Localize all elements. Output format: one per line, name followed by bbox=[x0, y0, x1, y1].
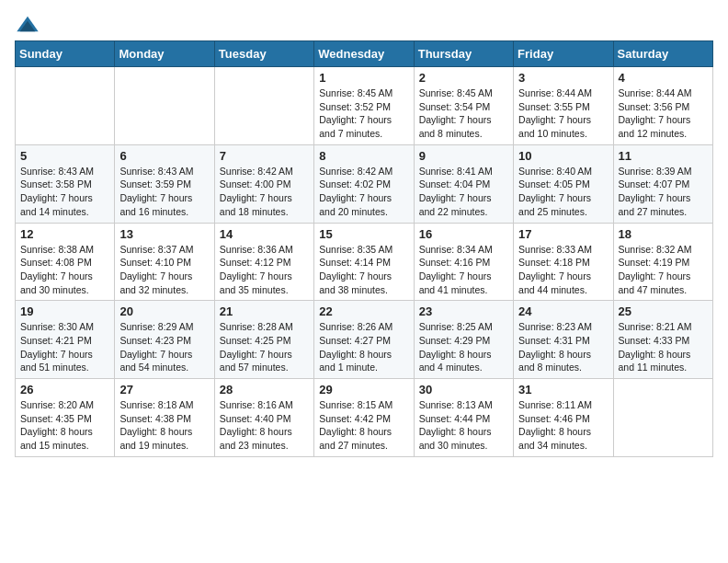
calendar-cell: 11Sunrise: 8:39 AM Sunset: 4:07 PM Dayli… bbox=[613, 144, 712, 223]
day-number: 13 bbox=[119, 227, 209, 241]
calendar-cell: 3Sunrise: 8:44 AM Sunset: 3:55 PM Daylig… bbox=[514, 67, 613, 145]
day-number: 10 bbox=[518, 149, 608, 163]
col-header-thursday: Thursday bbox=[414, 41, 513, 67]
day-number: 2 bbox=[419, 71, 508, 85]
day-info: Sunrise: 8:25 AM Sunset: 4:29 PM Dayligh… bbox=[419, 320, 508, 374]
logo bbox=[15, 15, 44, 33]
day-number: 4 bbox=[619, 71, 708, 85]
day-info: Sunrise: 8:39 AM Sunset: 4:07 PM Dayligh… bbox=[619, 165, 708, 219]
day-number: 26 bbox=[20, 383, 109, 396]
calendar-cell: 18Sunrise: 8:32 AM Sunset: 4:19 PM Dayli… bbox=[613, 223, 712, 301]
day-info: Sunrise: 8:36 AM Sunset: 4:12 PM Dayligh… bbox=[220, 243, 309, 297]
col-header-friday: Friday bbox=[514, 41, 613, 67]
day-info: Sunrise: 8:43 AM Sunset: 3:59 PM Dayligh… bbox=[119, 165, 209, 219]
day-info: Sunrise: 8:15 AM Sunset: 4:42 PM Dayligh… bbox=[319, 398, 408, 453]
calendar-cell bbox=[214, 67, 313, 145]
day-number: 27 bbox=[119, 383, 209, 396]
calendar-week-1: 1Sunrise: 8:45 AM Sunset: 3:52 PM Daylig… bbox=[16, 67, 713, 145]
day-number: 23 bbox=[419, 304, 508, 318]
day-info: Sunrise: 8:42 AM Sunset: 4:00 PM Dayligh… bbox=[220, 165, 309, 219]
calendar-table: SundayMondayTuesdayWednesdayThursdayFrid… bbox=[15, 40, 713, 457]
day-number: 14 bbox=[220, 227, 309, 241]
day-info: Sunrise: 8:34 AM Sunset: 4:16 PM Dayligh… bbox=[419, 243, 508, 297]
day-info: Sunrise: 8:26 AM Sunset: 4:27 PM Dayligh… bbox=[319, 320, 408, 374]
day-info: Sunrise: 8:45 AM Sunset: 3:52 PM Dayligh… bbox=[319, 86, 408, 141]
day-number: 25 bbox=[619, 304, 708, 318]
calendar-cell: 13Sunrise: 8:37 AM Sunset: 4:10 PM Dayli… bbox=[115, 223, 214, 301]
day-number: 6 bbox=[119, 149, 209, 163]
calendar-cell: 12Sunrise: 8:38 AM Sunset: 4:08 PM Dayli… bbox=[16, 223, 115, 301]
calendar-cell: 5Sunrise: 8:43 AM Sunset: 3:58 PM Daylig… bbox=[16, 144, 115, 223]
day-number: 22 bbox=[319, 304, 408, 318]
day-number: 18 bbox=[619, 227, 708, 241]
col-header-sunday: Sunday bbox=[16, 41, 115, 67]
logo-icon bbox=[15, 15, 40, 33]
calendar-cell: 21Sunrise: 8:28 AM Sunset: 4:25 PM Dayli… bbox=[214, 301, 313, 379]
day-number: 9 bbox=[419, 149, 508, 163]
day-info: Sunrise: 8:21 AM Sunset: 4:33 PM Dayligh… bbox=[619, 320, 708, 374]
day-info: Sunrise: 8:33 AM Sunset: 4:18 PM Dayligh… bbox=[518, 243, 608, 297]
day-number: 24 bbox=[518, 304, 608, 318]
calendar-week-4: 19Sunrise: 8:30 AM Sunset: 4:21 PM Dayli… bbox=[16, 301, 713, 379]
col-header-wednesday: Wednesday bbox=[314, 41, 414, 67]
calendar-cell: 29Sunrise: 8:15 AM Sunset: 4:42 PM Dayli… bbox=[314, 379, 414, 457]
day-info: Sunrise: 8:44 AM Sunset: 3:56 PM Dayligh… bbox=[619, 86, 708, 141]
calendar-week-5: 26Sunrise: 8:20 AM Sunset: 4:35 PM Dayli… bbox=[16, 379, 713, 457]
day-number: 21 bbox=[220, 304, 309, 318]
col-header-tuesday: Tuesday bbox=[214, 41, 313, 67]
day-info: Sunrise: 8:16 AM Sunset: 4:40 PM Dayligh… bbox=[220, 398, 309, 453]
day-info: Sunrise: 8:18 AM Sunset: 4:38 PM Dayligh… bbox=[119, 398, 209, 453]
calendar-cell: 8Sunrise: 8:42 AM Sunset: 4:02 PM Daylig… bbox=[314, 144, 414, 223]
calendar-week-3: 12Sunrise: 8:38 AM Sunset: 4:08 PM Dayli… bbox=[16, 223, 713, 301]
day-info: Sunrise: 8:13 AM Sunset: 4:44 PM Dayligh… bbox=[419, 398, 508, 453]
calendar-header-row: SundayMondayTuesdayWednesdayThursdayFrid… bbox=[16, 41, 713, 67]
calendar-cell bbox=[115, 67, 214, 145]
day-number: 17 bbox=[518, 227, 608, 241]
calendar-cell: 6Sunrise: 8:43 AM Sunset: 3:59 PM Daylig… bbox=[115, 144, 214, 223]
calendar-cell: 14Sunrise: 8:36 AM Sunset: 4:12 PM Dayli… bbox=[214, 223, 313, 301]
day-number: 11 bbox=[619, 149, 708, 163]
calendar-cell: 4Sunrise: 8:44 AM Sunset: 3:56 PM Daylig… bbox=[613, 67, 712, 145]
calendar-cell: 10Sunrise: 8:40 AM Sunset: 4:05 PM Dayli… bbox=[514, 144, 613, 223]
day-info: Sunrise: 8:20 AM Sunset: 4:35 PM Dayligh… bbox=[20, 398, 109, 453]
day-info: Sunrise: 8:30 AM Sunset: 4:21 PM Dayligh… bbox=[20, 320, 109, 374]
calendar-week-2: 5Sunrise: 8:43 AM Sunset: 3:58 PM Daylig… bbox=[16, 144, 713, 223]
calendar-cell: 1Sunrise: 8:45 AM Sunset: 3:52 PM Daylig… bbox=[314, 67, 414, 145]
day-number: 19 bbox=[20, 304, 109, 318]
calendar-cell: 2Sunrise: 8:45 AM Sunset: 3:54 PM Daylig… bbox=[414, 67, 513, 145]
calendar-cell: 7Sunrise: 8:42 AM Sunset: 4:00 PM Daylig… bbox=[214, 144, 313, 223]
calendar-cell: 31Sunrise: 8:11 AM Sunset: 4:46 PM Dayli… bbox=[514, 379, 613, 457]
day-number: 30 bbox=[419, 383, 508, 396]
calendar-cell: 30Sunrise: 8:13 AM Sunset: 4:44 PM Dayli… bbox=[414, 379, 513, 457]
calendar-cell bbox=[613, 379, 712, 457]
day-number: 29 bbox=[319, 383, 408, 396]
day-info: Sunrise: 8:11 AM Sunset: 4:46 PM Dayligh… bbox=[518, 398, 608, 453]
day-number: 16 bbox=[419, 227, 508, 241]
day-number: 12 bbox=[20, 227, 109, 241]
calendar-cell: 15Sunrise: 8:35 AM Sunset: 4:14 PM Dayli… bbox=[314, 223, 414, 301]
calendar-cell: 19Sunrise: 8:30 AM Sunset: 4:21 PM Dayli… bbox=[16, 301, 115, 379]
day-number: 31 bbox=[518, 383, 608, 396]
day-number: 1 bbox=[319, 71, 408, 85]
calendar-cell: 9Sunrise: 8:41 AM Sunset: 4:04 PM Daylig… bbox=[414, 144, 513, 223]
day-info: Sunrise: 8:29 AM Sunset: 4:23 PM Dayligh… bbox=[119, 320, 209, 374]
calendar-cell: 20Sunrise: 8:29 AM Sunset: 4:23 PM Dayli… bbox=[115, 301, 214, 379]
day-number: 7 bbox=[220, 149, 309, 163]
col-header-saturday: Saturday bbox=[613, 41, 712, 67]
calendar-cell: 28Sunrise: 8:16 AM Sunset: 4:40 PM Dayli… bbox=[214, 379, 313, 457]
calendar-cell: 27Sunrise: 8:18 AM Sunset: 4:38 PM Dayli… bbox=[115, 379, 214, 457]
day-info: Sunrise: 8:44 AM Sunset: 3:55 PM Dayligh… bbox=[518, 86, 608, 141]
page-header bbox=[15, 15, 713, 33]
day-number: 20 bbox=[119, 304, 209, 318]
day-number: 5 bbox=[20, 149, 109, 163]
calendar-cell: 22Sunrise: 8:26 AM Sunset: 4:27 PM Dayli… bbox=[314, 301, 414, 379]
day-info: Sunrise: 8:40 AM Sunset: 4:05 PM Dayligh… bbox=[518, 165, 608, 219]
day-number: 28 bbox=[220, 383, 309, 396]
day-info: Sunrise: 8:45 AM Sunset: 3:54 PM Dayligh… bbox=[419, 86, 508, 141]
calendar-cell: 24Sunrise: 8:23 AM Sunset: 4:31 PM Dayli… bbox=[514, 301, 613, 379]
col-header-monday: Monday bbox=[115, 41, 214, 67]
calendar-cell: 17Sunrise: 8:33 AM Sunset: 4:18 PM Dayli… bbox=[514, 223, 613, 301]
calendar-cell bbox=[16, 67, 115, 145]
day-info: Sunrise: 8:37 AM Sunset: 4:10 PM Dayligh… bbox=[119, 243, 209, 297]
day-info: Sunrise: 8:35 AM Sunset: 4:14 PM Dayligh… bbox=[319, 243, 408, 297]
